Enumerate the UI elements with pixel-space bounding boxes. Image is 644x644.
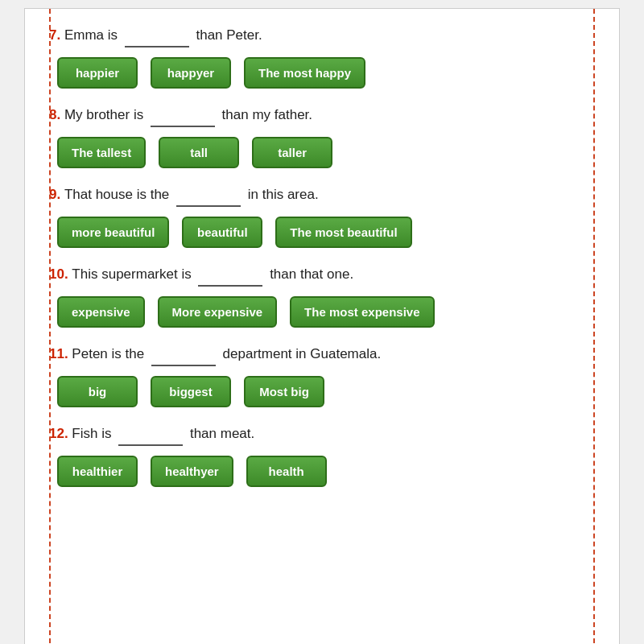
options-row-q12: healthierhealthyerhealth: [49, 456, 595, 488]
option-btn-q8-1[interactable]: tall: [159, 137, 239, 169]
question-block-q8: 8. My brother is than my father.The tall…: [49, 105, 595, 168]
worksheet-page: 7. Emma is than Peter.happierhappyerThe …: [24, 8, 620, 644]
blank-q7: [125, 25, 189, 47]
option-btn-q12-0[interactable]: healthier: [57, 456, 138, 488]
question-number-q10: 10.: [49, 266, 72, 282]
question-number-q12: 12.: [49, 426, 72, 441]
option-btn-q11-0[interactable]: big: [57, 376, 138, 408]
option-btn-q11-2[interactable]: Most big: [244, 376, 324, 408]
question-text-q7: 7. Emma is than Peter.: [49, 25, 595, 47]
option-btn-q9-2[interactable]: The most beautiful: [275, 217, 411, 249]
question-number-q11: 11.: [49, 346, 72, 361]
option-btn-q7-1[interactable]: happyer: [151, 57, 231, 89]
option-btn-q10-2[interactable]: The most expensive: [290, 296, 434, 328]
question-number-q8: 8.: [49, 107, 64, 122]
question-block-q9: 9. That house is the in this area.more b…: [49, 184, 595, 248]
options-row-q7: happierhappyerThe most happy: [49, 57, 595, 89]
question-text-q8: 8. My brother is than my father.: [49, 105, 595, 127]
blank-q9: [176, 184, 241, 207]
question-text-q11: 11. Peten is the department in Guatemala…: [49, 344, 595, 366]
question-number-q7: 7.: [49, 27, 64, 43]
options-row-q10: expensiveMore expensiveThe most expensiv…: [49, 296, 595, 328]
option-btn-q10-0[interactable]: expensive: [57, 296, 145, 328]
question-block-q11: 11. Peten is the department in Guatemala…: [49, 344, 595, 407]
options-row-q11: bigbiggestMost big: [49, 376, 595, 408]
blank-q10: [198, 264, 262, 287]
option-btn-q12-2[interactable]: health: [246, 456, 327, 488]
option-btn-q9-1[interactable]: beautiful: [182, 217, 262, 249]
question-block-q12: 12. Fish is than meat.healthierhealthyer…: [49, 423, 595, 487]
question-block-q10: 10. This supermarket is than that one.ex…: [49, 264, 595, 328]
option-btn-q7-0[interactable]: happier: [57, 57, 138, 89]
question-text-q10: 10. This supermarket is than that one.: [49, 264, 595, 287]
option-btn-q7-2[interactable]: The most happy: [244, 57, 365, 89]
options-row-q8: The tallesttalltaller: [49, 137, 595, 169]
question-text-q12: 12. Fish is than meat.: [49, 423, 595, 446]
question-text-q9: 9. That house is the in this area.: [49, 184, 595, 207]
options-row-q9: more beautifulbeautifulThe most beautifu…: [49, 217, 595, 249]
option-btn-q9-0[interactable]: more beautiful: [57, 217, 169, 249]
blank-q11: [151, 344, 216, 366]
option-btn-q8-0[interactable]: The tallest: [57, 137, 146, 169]
option-btn-q11-1[interactable]: biggest: [151, 376, 231, 408]
question-block-q7: 7. Emma is than Peter.happierhappyerThe …: [49, 25, 595, 89]
option-btn-q10-1[interactable]: More expensive: [158, 296, 278, 328]
question-number-q9: 9.: [49, 187, 64, 202]
blank-q8: [151, 105, 215, 127]
option-btn-q12-1[interactable]: healthyer: [151, 456, 233, 488]
option-btn-q8-2[interactable]: taller: [252, 137, 332, 169]
blank-q12: [118, 423, 183, 446]
